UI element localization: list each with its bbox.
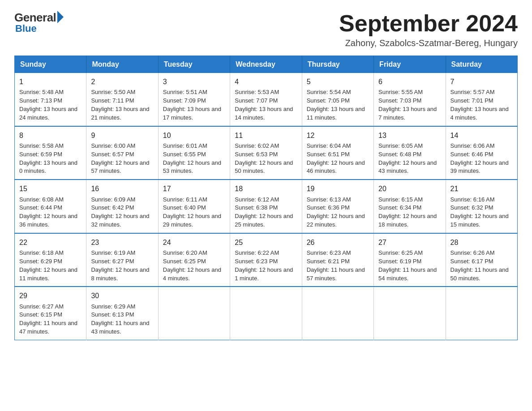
sunset-text: Sunset: 6:40 PM xyxy=(163,204,206,211)
day-number: 8 xyxy=(19,130,82,141)
calendar-cell: 19Sunrise: 6:13 AMSunset: 6:36 PMDayligh… xyxy=(302,180,373,233)
day-number: 26 xyxy=(307,237,369,248)
day-number: 30 xyxy=(91,291,153,301)
daylight-text: Daylight: 13 hours and 7 minutes. xyxy=(378,106,437,121)
sunrise-text: Sunrise: 6:00 AM xyxy=(91,142,135,149)
day-number: 24 xyxy=(163,237,225,248)
day-number: 12 xyxy=(307,130,369,141)
daylight-text: Daylight: 12 hours and 1 minute. xyxy=(235,266,293,282)
calendar-cell xyxy=(230,287,302,340)
sunset-text: Sunset: 6:36 PM xyxy=(307,204,350,211)
calendar-cell: 16Sunrise: 6:09 AMSunset: 6:42 PMDayligh… xyxy=(86,180,158,233)
daylight-text: Daylight: 12 hours and 50 minutes. xyxy=(235,159,293,175)
daylight-text: Daylight: 12 hours and 43 minutes. xyxy=(378,159,437,175)
sunset-text: Sunset: 6:29 PM xyxy=(19,258,62,265)
month-year-title: September 2024 xyxy=(339,11,518,36)
header-thursday: Thursday xyxy=(302,56,373,73)
sunset-text: Sunset: 6:13 PM xyxy=(91,311,134,318)
calendar-cell xyxy=(158,287,230,340)
calendar-cell xyxy=(374,287,446,340)
calendar-cell xyxy=(446,287,517,340)
calendar-cell: 7Sunrise: 5:57 AMSunset: 7:01 PMDaylight… xyxy=(446,73,517,126)
daylight-text: Daylight: 13 hours and 21 minutes. xyxy=(91,106,149,121)
calendar-cell: 22Sunrise: 6:18 AMSunset: 6:29 PMDayligh… xyxy=(15,233,86,287)
sunset-text: Sunset: 6:44 PM xyxy=(19,204,62,211)
calendar-cell: 5Sunrise: 5:54 AMSunset: 7:05 PMDaylight… xyxy=(302,73,373,126)
sunset-text: Sunset: 7:03 PM xyxy=(378,97,421,104)
day-number: 2 xyxy=(91,77,153,87)
location-subtitle: Zahony, Szabolcs-Szatmar-Bereg, Hungary xyxy=(339,38,518,48)
day-number: 10 xyxy=(163,130,225,141)
calendar-cell: 29Sunrise: 6:27 AMSunset: 6:15 PMDayligh… xyxy=(15,287,86,340)
day-number: 19 xyxy=(307,184,369,194)
sunrise-text: Sunrise: 6:16 AM xyxy=(450,196,495,203)
day-number: 18 xyxy=(235,184,297,194)
calendar-cell: 23Sunrise: 6:19 AMSunset: 6:27 PMDayligh… xyxy=(86,233,158,287)
calendar-week-row: 15Sunrise: 6:08 AMSunset: 6:44 PMDayligh… xyxy=(15,180,518,233)
day-number: 11 xyxy=(235,130,297,141)
calendar-cell: 26Sunrise: 6:23 AMSunset: 6:21 PMDayligh… xyxy=(302,233,373,287)
sunrise-text: Sunrise: 6:01 AM xyxy=(163,142,207,149)
day-number: 13 xyxy=(378,130,441,141)
daylight-text: Daylight: 11 hours and 57 minutes. xyxy=(307,266,365,282)
sunset-text: Sunset: 6:57 PM xyxy=(91,151,134,158)
logo-triangle-icon xyxy=(57,11,64,23)
day-number: 17 xyxy=(163,184,225,194)
day-number: 7 xyxy=(450,77,513,87)
daylight-text: Daylight: 12 hours and 22 minutes. xyxy=(307,213,365,228)
calendar-cell: 17Sunrise: 6:11 AMSunset: 6:40 PMDayligh… xyxy=(158,180,230,233)
header-wednesday: Wednesday xyxy=(230,56,302,73)
sunset-text: Sunset: 6:21 PM xyxy=(307,258,350,265)
day-number: 4 xyxy=(235,77,297,87)
header-sunday: Sunday xyxy=(15,56,86,73)
day-number: 29 xyxy=(19,291,82,301)
sunrise-text: Sunrise: 6:26 AM xyxy=(450,249,495,256)
calendar-week-row: 22Sunrise: 6:18 AMSunset: 6:29 PMDayligh… xyxy=(15,233,518,287)
calendar-cell: 18Sunrise: 6:12 AMSunset: 6:38 PMDayligh… xyxy=(230,180,302,233)
sunset-text: Sunset: 6:23 PM xyxy=(235,258,278,265)
calendar-cell: 11Sunrise: 6:02 AMSunset: 6:53 PMDayligh… xyxy=(230,126,302,180)
calendar-cell xyxy=(302,287,373,340)
sunset-text: Sunset: 6:42 PM xyxy=(91,204,134,211)
sunrise-text: Sunrise: 6:27 AM xyxy=(19,303,64,310)
calendar-cell: 27Sunrise: 6:25 AMSunset: 6:19 PMDayligh… xyxy=(374,233,446,287)
day-number: 6 xyxy=(378,77,441,87)
daylight-text: Daylight: 11 hours and 50 minutes. xyxy=(450,266,509,282)
daylight-text: Daylight: 11 hours and 54 minutes. xyxy=(378,266,437,282)
sunrise-text: Sunrise: 6:12 AM xyxy=(235,196,279,203)
sunrise-text: Sunrise: 6:02 AM xyxy=(235,142,279,149)
calendar-cell: 4Sunrise: 5:53 AMSunset: 7:07 PMDaylight… xyxy=(230,73,302,126)
daylight-text: Daylight: 13 hours and 24 minutes. xyxy=(19,106,77,121)
sunset-text: Sunset: 6:19 PM xyxy=(378,258,421,265)
calendar-cell: 9Sunrise: 6:00 AMSunset: 6:57 PMDaylight… xyxy=(86,126,158,180)
header-friday: Friday xyxy=(374,56,446,73)
sunset-text: Sunset: 7:07 PM xyxy=(235,97,278,104)
calendar-cell: 20Sunrise: 6:15 AMSunset: 6:34 PMDayligh… xyxy=(374,180,446,233)
header-saturday: Saturday xyxy=(446,56,517,73)
daylight-text: Daylight: 11 hours and 43 minutes. xyxy=(91,320,149,335)
day-number: 16 xyxy=(91,184,153,194)
sunset-text: Sunset: 6:32 PM xyxy=(450,204,493,211)
sunset-text: Sunset: 6:53 PM xyxy=(235,151,278,158)
sunset-text: Sunset: 6:55 PM xyxy=(163,151,206,158)
daylight-text: Daylight: 12 hours and 53 minutes. xyxy=(163,159,221,175)
day-number: 5 xyxy=(307,77,369,87)
title-area: September 2024 Zahony, Szabolcs-Szatmar-… xyxy=(339,11,518,48)
sunrise-text: Sunrise: 5:50 AM xyxy=(91,89,135,95)
day-number: 28 xyxy=(450,237,513,248)
header-tuesday: Tuesday xyxy=(158,56,230,73)
daylight-text: Daylight: 12 hours and 32 minutes. xyxy=(91,213,149,228)
sunrise-text: Sunrise: 5:57 AM xyxy=(450,89,495,95)
calendar-week-row: 1Sunrise: 5:48 AMSunset: 7:13 PMDaylight… xyxy=(15,73,518,126)
sunrise-text: Sunrise: 6:06 AM xyxy=(450,142,495,149)
sunset-text: Sunset: 6:38 PM xyxy=(235,204,278,211)
calendar-cell: 24Sunrise: 6:20 AMSunset: 6:25 PMDayligh… xyxy=(158,233,230,287)
calendar-cell: 15Sunrise: 6:08 AMSunset: 6:44 PMDayligh… xyxy=(15,180,86,233)
daylight-text: Daylight: 12 hours and 15 minutes. xyxy=(450,213,509,228)
logo: General Blue xyxy=(14,11,64,34)
calendar-week-row: 29Sunrise: 6:27 AMSunset: 6:15 PMDayligh… xyxy=(15,287,518,340)
day-number: 25 xyxy=(235,237,297,248)
day-number: 22 xyxy=(19,237,82,248)
sunrise-text: Sunrise: 5:55 AM xyxy=(378,89,423,95)
daylight-text: Daylight: 13 hours and 14 minutes. xyxy=(235,106,293,121)
